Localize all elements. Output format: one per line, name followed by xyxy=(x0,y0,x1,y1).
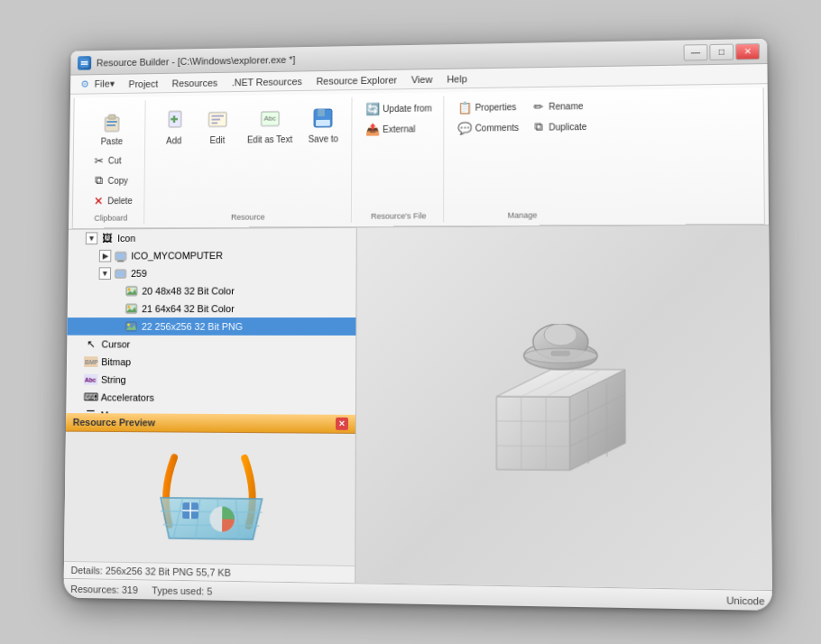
tree-item-bitmap[interactable]: BMP Bitmap xyxy=(67,353,355,372)
paste-button[interactable]: Paste xyxy=(92,102,132,151)
menu-file[interactable]: ⚙ File▾ xyxy=(74,77,122,92)
preview-content xyxy=(64,432,355,566)
clipboard-label: Clipboard xyxy=(94,214,127,223)
status-encoding: Unicode xyxy=(726,594,764,606)
folder-icon: 🖼 xyxy=(100,231,114,245)
preview-image xyxy=(138,439,281,558)
tree-label-img22: 22 256x256 32 Bit PNG xyxy=(142,321,243,332)
left-column: ▼ 🖼 Icon ▶ xyxy=(64,228,357,583)
tree-view[interactable]: ▼ 🖼 Icon ▶ xyxy=(66,228,356,415)
edit-button[interactable]: Edit xyxy=(198,101,238,150)
delete-button[interactable]: ✕ Delete xyxy=(87,190,137,210)
external-icon: 📤 xyxy=(365,122,380,136)
edit-as-text-button[interactable]: Abc Edit as Text xyxy=(241,100,299,150)
window-controls: — □ ✕ xyxy=(684,43,761,60)
string-icon: Abc xyxy=(84,373,98,387)
comments-button[interactable]: 💬 Comments xyxy=(454,117,523,138)
svg-rect-11 xyxy=(211,115,224,117)
comments-icon: 💬 xyxy=(458,121,473,135)
bitmap-icon: BMP xyxy=(84,354,98,369)
accel-icon: ⌨ xyxy=(83,390,97,404)
menu-resource-explorer[interactable]: Resource Explorer xyxy=(309,72,404,87)
tree-label-img20: 20 48x48 32 Bit Color xyxy=(142,286,235,297)
edit-icon xyxy=(204,106,232,134)
rename-icon: ✏ xyxy=(531,99,546,114)
svg-rect-17 xyxy=(318,109,326,116)
cursor-icon: ↖ xyxy=(84,337,98,352)
minimize-button[interactable]: — xyxy=(684,44,708,60)
svg-text:Abc: Abc xyxy=(85,377,97,383)
menu-net-resources[interactable]: .NET Resources xyxy=(225,74,309,89)
menu-view[interactable]: View xyxy=(404,71,439,86)
ribbon-group-resource: Add Edit xyxy=(146,97,353,224)
tree-item-img22[interactable]: 22 256x256 32 Bit PNG xyxy=(67,317,355,336)
ribbon: Paste ✂ Cut ⧉ Copy ✕ xyxy=(69,84,769,230)
menu-help[interactable]: Help xyxy=(439,71,474,86)
svg-rect-1 xyxy=(81,60,88,62)
right-area xyxy=(355,225,772,590)
ico-259-icon xyxy=(114,266,128,281)
manage-label: Manage xyxy=(507,211,537,220)
cut-button[interactable]: ✂ Cut xyxy=(88,151,138,170)
properties-button[interactable]: 📋 Properties xyxy=(454,97,523,117)
tree-label-img21: 21 64x64 32 Bit Color xyxy=(142,303,235,314)
tree-item-string[interactable]: Abc String xyxy=(67,371,356,390)
menu-resources[interactable]: Resources xyxy=(165,75,225,90)
main-preview-image xyxy=(478,324,644,490)
ribbon-group-manage: 📋 Properties 💬 Comments ✏ Rename xyxy=(447,94,600,222)
toggle-259[interactable]: ▼ xyxy=(99,267,112,280)
maximize-button[interactable]: □ xyxy=(709,43,733,60)
svg-rect-22 xyxy=(117,261,125,262)
svg-rect-6 xyxy=(106,124,115,126)
tree-item-cursor[interactable]: ↖ Cursor xyxy=(67,336,355,354)
svg-rect-12 xyxy=(211,118,220,120)
svg-marker-52 xyxy=(496,396,569,470)
add-icon xyxy=(160,106,188,133)
details-label: Details: xyxy=(70,565,105,576)
tree-label-string: String xyxy=(101,374,126,385)
save-icon xyxy=(309,104,338,133)
svg-point-68 xyxy=(544,324,577,345)
svg-rect-4 xyxy=(108,115,115,119)
delete-icon: ✕ xyxy=(91,194,105,208)
copy-icon: ⧉ xyxy=(91,173,105,188)
rename-button[interactable]: ✏ Rename xyxy=(527,96,591,116)
paste-icon xyxy=(98,106,126,134)
app-icon xyxy=(78,56,91,70)
menu-project[interactable]: Project xyxy=(122,76,165,90)
svg-text:BMP: BMP xyxy=(85,359,97,365)
duplicate-button[interactable]: ⧉ Duplicate xyxy=(527,116,591,137)
svg-rect-21 xyxy=(118,260,124,261)
tree-item-img20[interactable]: 20 48x48 32 Bit Color xyxy=(68,281,356,299)
tree-item-icon-root[interactable]: ▼ 🖼 Icon xyxy=(69,228,356,247)
svg-rect-2 xyxy=(81,63,88,65)
tree-label-icon: Icon xyxy=(117,233,135,244)
ico-icon xyxy=(114,249,128,263)
toggle-mycomputer[interactable]: ▶ xyxy=(99,250,112,262)
image-22-icon xyxy=(125,319,139,334)
preview-close-button[interactable]: ✕ xyxy=(336,418,348,430)
ribbon-group-resource-file: 🔄 Update from 📤 External Resource's File xyxy=(354,96,445,222)
close-button[interactable]: ✕ xyxy=(735,43,760,60)
svg-rect-0 xyxy=(80,59,89,68)
properties-icon: 📋 xyxy=(458,100,473,115)
copy-button[interactable]: ⧉ Copy xyxy=(88,170,138,190)
tree-item-accelerators[interactable]: ⌨ Accelerators xyxy=(66,388,355,407)
tree-item-img21[interactable]: 21 64x64 32 Bit Color xyxy=(68,299,356,317)
tree-item-mycomputer[interactable]: ▶ ICO_MYCOMPUTER xyxy=(68,246,355,265)
resource-file-label: Resource's File xyxy=(371,211,426,220)
window-title: Resource Builder - [C:\Windows\explorer.… xyxy=(97,47,684,68)
svg-rect-24 xyxy=(116,271,125,277)
save-to-button[interactable]: Save to xyxy=(302,99,345,149)
toggle-icon-root[interactable]: ▼ xyxy=(86,232,98,244)
svg-line-55 xyxy=(496,420,569,421)
add-button[interactable]: Add xyxy=(154,101,195,150)
edit-text-icon: Abc xyxy=(255,105,283,133)
ribbon-group-clipboard: Paste ✂ Cut ⧉ Copy ✕ xyxy=(78,100,145,225)
svg-rect-18 xyxy=(316,120,330,126)
image-20-icon xyxy=(125,284,139,299)
tree-item-259[interactable]: ▼ 259 xyxy=(68,263,355,282)
update-from-button[interactable]: 🔄 Update from xyxy=(362,98,437,119)
svg-rect-20 xyxy=(116,253,125,260)
external-button[interactable]: 📤 External xyxy=(361,118,436,139)
